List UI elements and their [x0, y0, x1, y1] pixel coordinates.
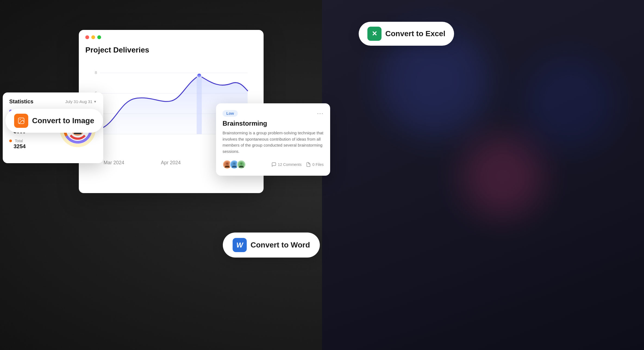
priority-badge: Low	[223, 110, 238, 117]
word-icon: W	[233, 238, 247, 252]
stat-total: Total 3254	[9, 138, 28, 150]
files-count: 0 Files	[306, 162, 324, 167]
excel-badge-label: Convert to Excel	[385, 29, 445, 38]
excel-icon: ✕	[367, 27, 382, 41]
svg-point-22	[240, 163, 242, 165]
traffic-light-green[interactable]	[97, 35, 101, 39]
brainstorming-title: Brainstorming	[223, 120, 324, 127]
convert-to-word-badge[interactable]: W Convert to Word	[223, 233, 320, 258]
stats-title: Statistics	[9, 98, 33, 105]
image-icon	[14, 114, 28, 128]
svg-text:8: 8	[95, 70, 97, 75]
brainstorming-description: Brainstorming is a group problem-solving…	[223, 130, 324, 154]
image-badge-label: Convert to Image	[32, 116, 94, 125]
svg-point-1	[20, 119, 21, 120]
assignee-avatars	[223, 160, 246, 169]
svg-point-20	[233, 163, 235, 165]
chart-title: Project Deliveries	[79, 44, 264, 60]
x-label-mar: Mar 2024	[104, 160, 124, 166]
svg-point-18	[226, 163, 228, 165]
more-options-button[interactable]: ···	[317, 110, 324, 117]
traffic-light-red[interactable]	[85, 35, 89, 39]
convert-to-excel-badge[interactable]: ✕ Convert to Excel	[359, 22, 454, 46]
stats-date[interactable]: July 31-Aug 31 ▼	[65, 99, 97, 104]
comments-count: 12 Comments	[271, 162, 302, 167]
traffic-light-yellow[interactable]	[91, 35, 95, 39]
svg-rect-10	[197, 76, 202, 134]
card-metadata: 12 Comments 0 Files	[271, 162, 324, 167]
avatar-3	[237, 160, 246, 169]
word-badge-label: Convert to Word	[251, 241, 310, 249]
x-label-apr: Apr 2024	[161, 160, 181, 166]
convert-to-image-badge[interactable]: Convert to Image	[5, 109, 103, 133]
brainstorming-card: Low ··· Brainstorming Brainstorming is a…	[216, 103, 330, 176]
